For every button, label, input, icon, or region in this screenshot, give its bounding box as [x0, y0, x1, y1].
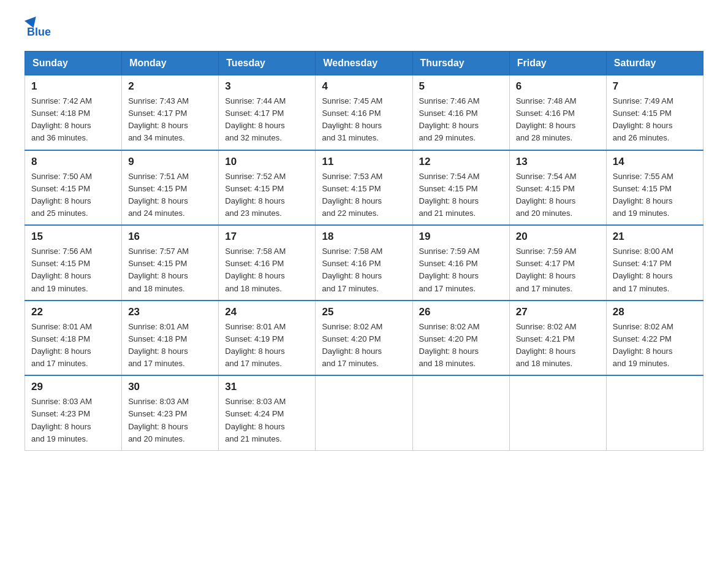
day-number: 3: [225, 80, 309, 93]
day-info: Sunrise: 7:44 AMSunset: 4:17 PMDaylight:…: [225, 95, 309, 145]
calendar-day-cell: 29Sunrise: 8:03 AMSunset: 4:23 PMDayligh…: [25, 375, 122, 450]
day-number: 12: [419, 156, 503, 168]
day-info: Sunrise: 7:50 AMSunset: 4:15 PMDaylight:…: [31, 170, 115, 220]
day-number: 25: [322, 306, 406, 318]
calendar-day-cell: 18Sunrise: 7:58 AMSunset: 4:16 PMDayligh…: [316, 225, 412, 301]
day-info: Sunrise: 7:58 AMSunset: 4:16 PMDaylight:…: [322, 245, 406, 295]
day-number: 26: [419, 306, 503, 318]
calendar-day-cell: 22Sunrise: 8:01 AMSunset: 4:18 PMDayligh…: [25, 301, 122, 376]
day-info: Sunrise: 7:58 AMSunset: 4:16 PMDaylight:…: [225, 245, 309, 295]
calendar-day-cell: 19Sunrise: 7:59 AMSunset: 4:16 PMDayligh…: [412, 225, 509, 301]
day-number: 1: [31, 80, 115, 93]
day-number: 27: [516, 306, 600, 318]
calendar-table: SundayMondayTuesdayWednesdayThursdayFrid…: [25, 51, 703, 451]
calendar-day-cell: 11Sunrise: 7:53 AMSunset: 4:15 PMDayligh…: [316, 150, 412, 226]
calendar-day-cell: 16Sunrise: 7:57 AMSunset: 4:15 PMDayligh…: [122, 225, 219, 301]
calendar-header-friday: Friday: [509, 52, 606, 75]
calendar-day-cell: 5Sunrise: 7:46 AMSunset: 4:16 PMDaylight…: [412, 75, 509, 150]
day-number: 16: [128, 231, 212, 243]
day-number: 15: [31, 231, 115, 243]
calendar-day-cell: 31Sunrise: 8:03 AMSunset: 4:24 PMDayligh…: [219, 375, 316, 450]
calendar-day-cell: 20Sunrise: 7:59 AMSunset: 4:17 PMDayligh…: [509, 225, 606, 301]
day-info: Sunrise: 8:02 AMSunset: 4:22 PMDaylight:…: [613, 321, 697, 370]
day-number: 20: [516, 231, 600, 243]
day-number: 13: [516, 156, 600, 168]
day-info: Sunrise: 8:03 AMSunset: 4:23 PMDaylight:…: [128, 396, 212, 445]
calendar-day-cell: 6Sunrise: 7:48 AMSunset: 4:16 PMDaylight…: [509, 75, 606, 150]
calendar-day-cell: 27Sunrise: 8:02 AMSunset: 4:21 PMDayligh…: [509, 301, 606, 376]
calendar-day-cell: 30Sunrise: 8:03 AMSunset: 4:23 PMDayligh…: [122, 375, 219, 450]
calendar-day-cell: 21Sunrise: 8:00 AMSunset: 4:17 PMDayligh…: [606, 225, 703, 301]
calendar-week-row: 8Sunrise: 7:50 AMSunset: 4:15 PMDaylight…: [25, 150, 703, 226]
day-info: Sunrise: 8:02 AMSunset: 4:20 PMDaylight:…: [322, 321, 406, 370]
day-number: 19: [419, 231, 503, 243]
day-info: Sunrise: 8:01 AMSunset: 4:19 PMDaylight:…: [225, 321, 309, 370]
calendar-header-monday: Monday: [122, 52, 219, 75]
day-info: Sunrise: 7:59 AMSunset: 4:16 PMDaylight:…: [419, 245, 503, 295]
day-info: Sunrise: 8:03 AMSunset: 4:23 PMDaylight:…: [31, 396, 115, 445]
calendar-header-sunday: Sunday: [25, 52, 122, 75]
day-number: 29: [31, 381, 115, 393]
calendar-day-cell: 10Sunrise: 7:52 AMSunset: 4:15 PMDayligh…: [219, 150, 316, 226]
day-info: Sunrise: 7:51 AMSunset: 4:15 PMDaylight:…: [128, 170, 212, 220]
calendar-day-cell: 3Sunrise: 7:44 AMSunset: 4:17 PMDaylight…: [219, 75, 316, 150]
day-info: Sunrise: 7:59 AMSunset: 4:17 PMDaylight:…: [516, 245, 600, 295]
day-number: 4: [322, 80, 406, 93]
day-info: Sunrise: 7:54 AMSunset: 4:15 PMDaylight:…: [516, 170, 600, 220]
day-info: Sunrise: 7:55 AMSunset: 4:15 PMDaylight:…: [613, 170, 697, 220]
calendar-day-cell: 1Sunrise: 7:42 AMSunset: 4:18 PMDaylight…: [25, 75, 122, 150]
header: Blue: [25, 18, 703, 39]
calendar-header-thursday: Thursday: [412, 52, 509, 75]
calendar-header-saturday: Saturday: [606, 52, 703, 75]
day-number: 7: [613, 80, 697, 93]
logo: Blue: [25, 18, 51, 39]
calendar-week-row: 1Sunrise: 7:42 AMSunset: 4:18 PMDaylight…: [25, 75, 703, 150]
calendar-empty-cell: [606, 375, 703, 450]
calendar-day-cell: 4Sunrise: 7:45 AMSunset: 4:16 PMDaylight…: [316, 75, 412, 150]
day-info: Sunrise: 7:56 AMSunset: 4:15 PMDaylight:…: [31, 245, 115, 295]
calendar-empty-cell: [509, 375, 606, 450]
calendar-week-row: 22Sunrise: 8:01 AMSunset: 4:18 PMDayligh…: [25, 301, 703, 376]
day-info: Sunrise: 7:49 AMSunset: 4:15 PMDaylight:…: [613, 95, 697, 145]
day-number: 9: [128, 156, 212, 168]
day-info: Sunrise: 7:54 AMSunset: 4:15 PMDaylight:…: [419, 170, 503, 220]
calendar-week-row: 15Sunrise: 7:56 AMSunset: 4:15 PMDayligh…: [25, 225, 703, 301]
day-number: 31: [225, 381, 309, 393]
day-info: Sunrise: 7:57 AMSunset: 4:15 PMDaylight:…: [128, 245, 212, 295]
day-number: 6: [516, 80, 600, 93]
calendar-day-cell: 14Sunrise: 7:55 AMSunset: 4:15 PMDayligh…: [606, 150, 703, 226]
calendar-day-cell: 25Sunrise: 8:02 AMSunset: 4:20 PMDayligh…: [316, 301, 412, 376]
calendar-header-tuesday: Tuesday: [219, 52, 316, 75]
day-number: 24: [225, 306, 309, 318]
day-number: 30: [128, 381, 212, 393]
day-number: 14: [613, 156, 697, 168]
day-info: Sunrise: 8:01 AMSunset: 4:18 PMDaylight:…: [31, 321, 115, 370]
calendar-day-cell: 15Sunrise: 7:56 AMSunset: 4:15 PMDayligh…: [25, 225, 122, 301]
calendar-day-cell: 8Sunrise: 7:50 AMSunset: 4:15 PMDaylight…: [25, 150, 122, 226]
day-info: Sunrise: 7:42 AMSunset: 4:18 PMDaylight:…: [31, 95, 115, 145]
day-info: Sunrise: 8:02 AMSunset: 4:21 PMDaylight:…: [516, 321, 600, 370]
calendar-day-cell: 12Sunrise: 7:54 AMSunset: 4:15 PMDayligh…: [412, 150, 509, 226]
calendar-day-cell: 26Sunrise: 8:02 AMSunset: 4:20 PMDayligh…: [412, 301, 509, 376]
calendar-day-cell: 7Sunrise: 7:49 AMSunset: 4:15 PMDaylight…: [606, 75, 703, 150]
calendar-day-cell: 28Sunrise: 8:02 AMSunset: 4:22 PMDayligh…: [606, 301, 703, 376]
calendar-day-cell: 13Sunrise: 7:54 AMSunset: 4:15 PMDayligh…: [509, 150, 606, 226]
day-info: Sunrise: 7:45 AMSunset: 4:16 PMDaylight:…: [322, 95, 406, 145]
day-info: Sunrise: 7:43 AMSunset: 4:17 PMDaylight:…: [128, 95, 212, 145]
day-number: 8: [31, 156, 115, 168]
calendar-empty-cell: [412, 375, 509, 450]
calendar-day-cell: 17Sunrise: 7:58 AMSunset: 4:16 PMDayligh…: [219, 225, 316, 301]
day-info: Sunrise: 7:46 AMSunset: 4:16 PMDaylight:…: [419, 95, 503, 145]
day-info: Sunrise: 7:52 AMSunset: 4:15 PMDaylight:…: [225, 170, 309, 220]
day-number: 22: [31, 306, 115, 318]
calendar-week-row: 29Sunrise: 8:03 AMSunset: 4:23 PMDayligh…: [25, 375, 703, 450]
day-number: 11: [322, 156, 406, 168]
calendar-day-cell: 24Sunrise: 8:01 AMSunset: 4:19 PMDayligh…: [219, 301, 316, 376]
day-number: 28: [613, 306, 697, 318]
day-info: Sunrise: 8:01 AMSunset: 4:18 PMDaylight:…: [128, 321, 212, 370]
calendar-day-cell: 23Sunrise: 8:01 AMSunset: 4:18 PMDayligh…: [122, 301, 219, 376]
calendar-header-wednesday: Wednesday: [316, 52, 412, 75]
day-number: 21: [613, 231, 697, 243]
day-number: 17: [225, 231, 309, 243]
day-info: Sunrise: 8:02 AMSunset: 4:20 PMDaylight:…: [419, 321, 503, 370]
